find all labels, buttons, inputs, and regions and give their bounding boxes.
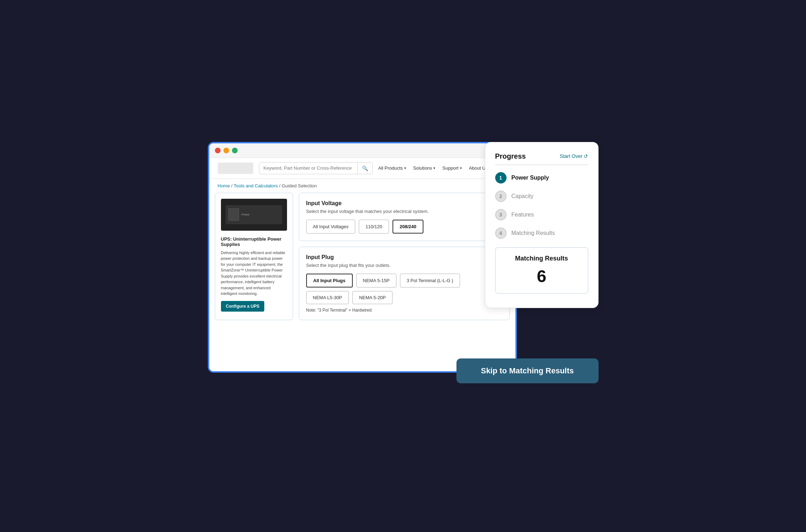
left-panel-description: Delivering highly efficient and reliable…	[221, 250, 287, 297]
logo	[218, 163, 253, 174]
progress-steps: 1 Power Supply 2 Capacity 3 Features 4 M…	[495, 172, 588, 239]
step-1-label: Power Supply	[512, 175, 549, 181]
browser-titlebar	[209, 143, 515, 158]
step-4-circle: 4	[495, 227, 507, 239]
breadcrumb-current: Guided Selection	[282, 183, 317, 188]
plug-option-3pol[interactable]: 3 Pol Terminal (L-L-G )	[400, 274, 460, 287]
browser-window: 🔍 All Products Solutions Support About U…	[208, 142, 517, 373]
voltage-btn-group: All Input Voltages 110/120 208/240	[306, 220, 502, 234]
left-panel: Pulsar UPS: Uninterruptible Power Suppli…	[215, 193, 293, 320]
left-panel-title: UPS: Uninterruptible Power Supplies	[221, 236, 287, 247]
breadcrumb-sep1: /	[231, 183, 234, 188]
plug-option-nema515p[interactable]: NEMA 5-15P	[356, 274, 396, 287]
step-1-circle: 1	[495, 172, 507, 183]
plug-option-nemal530p[interactable]: NEMA L5-30P	[306, 291, 349, 304]
voltage-title: Input Voltage	[306, 200, 502, 207]
ups-image: Pulsar	[221, 199, 287, 231]
plug-option-all[interactable]: All Input Plugs	[306, 274, 353, 287]
search-input[interactable]	[259, 163, 357, 174]
plug-option-nema520p[interactable]: NEMA 5-20P	[352, 291, 393, 304]
voltage-option-208[interactable]: 208/240	[393, 220, 423, 234]
search-box: 🔍	[259, 162, 373, 174]
voltage-desc: Select the input voltage that matches yo…	[306, 209, 502, 214]
progress-header: Progress Start Over ↺	[495, 152, 588, 165]
ups-panel	[228, 208, 239, 221]
main-content: Pulsar UPS: Uninterruptible Power Suppli…	[209, 193, 515, 326]
step-3-label: Features	[512, 212, 534, 218]
step-2: 2 Capacity	[495, 191, 588, 202]
voltage-option-all[interactable]: All Input Voltages	[306, 220, 355, 234]
nav-bar: 🔍 All Products Solutions Support About U…	[209, 158, 515, 179]
step-3-circle: 3	[495, 209, 507, 220]
step-4: 4 Matching Results	[495, 227, 588, 239]
nav-support[interactable]: Support	[442, 165, 462, 171]
voltage-section: Input Voltage Select the input voltage t…	[299, 193, 510, 241]
breadcrumb-tools[interactable]: Tools and Calculators	[234, 183, 278, 188]
dot-red[interactable]	[215, 148, 221, 153]
dot-yellow[interactable]	[223, 148, 229, 153]
nav-all-products[interactable]: All Products	[378, 165, 406, 171]
plug-desc: Select the input plug that fits your out…	[306, 263, 502, 268]
nav-solutions[interactable]: Solutions	[413, 165, 435, 171]
dot-green[interactable]	[232, 148, 238, 153]
step-1: 1 Power Supply	[495, 172, 588, 183]
skip-banner-text: Skip to Matching Results	[481, 366, 574, 375]
configure-btn[interactable]: Configure a UPS	[221, 301, 265, 312]
search-button[interactable]: 🔍	[357, 163, 372, 174]
plug-title: Input Plug	[306, 254, 502, 260]
ups-body: Pulsar	[226, 205, 282, 224]
step-2-circle: 2	[495, 191, 507, 202]
matching-results-title: Matching Results	[503, 255, 581, 262]
plug-row1: All Input Plugs NEMA 5-15P 3 Pol Termina…	[306, 274, 502, 287]
step-3: 3 Features	[495, 209, 588, 220]
breadcrumb-home[interactable]: Home	[218, 183, 230, 188]
plug-section: Input Plug Select the input plug that fi…	[299, 247, 510, 320]
step-2-label: Capacity	[512, 193, 534, 199]
breadcrumb-sep2: /	[279, 183, 282, 188]
matching-results-count: 6	[503, 267, 581, 286]
skip-banner[interactable]: Skip to Matching Results	[456, 358, 599, 383]
outer-wrapper: 🔍 All Products Solutions Support About U…	[208, 142, 599, 390]
voltage-option-110[interactable]: 110/120	[359, 220, 389, 234]
matching-results-box: Matching Results 6	[495, 247, 588, 294]
plug-note: Note: "3 Pol Terminal" = Hardwired	[306, 308, 502, 313]
progress-panel: Progress Start Over ↺ 1 Power Supply 2 C…	[485, 142, 599, 308]
step-4-label: Matching Results	[512, 230, 555, 236]
plug-row2: NEMA L5-30P NEMA 5-20P	[306, 291, 502, 304]
ups-brand: Pulsar	[241, 213, 249, 216]
nav-links: All Products Solutions Support About Us	[378, 165, 489, 171]
start-over-link[interactable]: Start Over ↺	[560, 153, 588, 159]
right-panel: Input Voltage Select the input voltage t…	[299, 193, 510, 320]
progress-title: Progress	[495, 152, 526, 160]
breadcrumb: Home / Tools and Calculators / Guided Se…	[209, 179, 515, 193]
